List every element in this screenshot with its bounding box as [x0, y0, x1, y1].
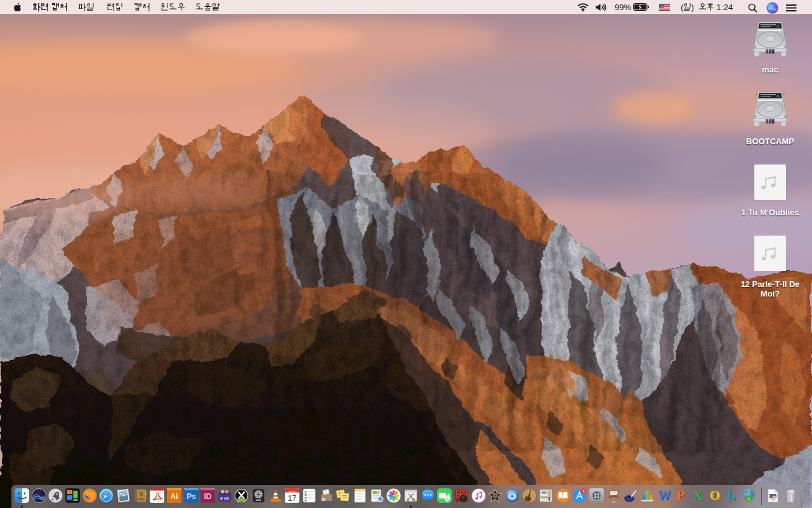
svg-text:X: X [693, 488, 702, 503]
svg-text:4: 4 [583, 489, 586, 493]
svg-text:MOV: MOV [771, 499, 775, 502]
svg-text:P: P [677, 488, 685, 503]
svg-text:Ps: Ps [187, 492, 196, 501]
svg-text:Ai: Ai [170, 492, 178, 501]
svg-text:L: L [727, 488, 736, 503]
svg-text:O: O [709, 488, 719, 503]
svg-text:W: W [657, 488, 671, 503]
svg-text:ID: ID [204, 492, 212, 501]
svg-text:17: 17 [288, 494, 297, 503]
